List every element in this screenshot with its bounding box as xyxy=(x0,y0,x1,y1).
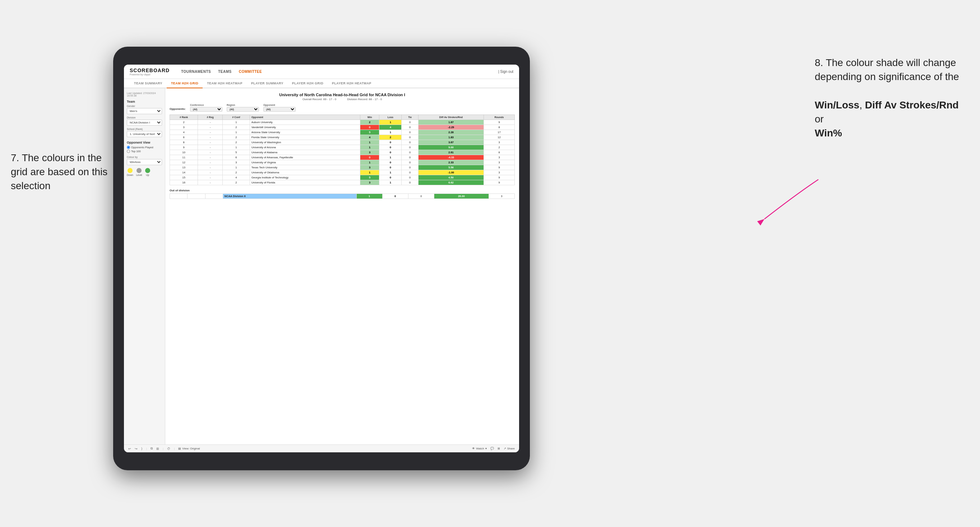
school-select[interactable]: 1. University of Nort... xyxy=(127,131,162,137)
table-row: 13-1Texas Tech University3005.569 xyxy=(170,165,515,170)
grid-title: University of North Carolina Head-to-Hea… xyxy=(170,93,515,97)
redo-btn[interactable]: ↪ xyxy=(135,447,138,451)
out-of-division-table: NCAA Division II10026.003 xyxy=(170,194,515,199)
region-filter: Region (All) xyxy=(227,104,259,112)
sub-nav: TEAM SUMMARY TEAM H2H GRID TEAM H2H HEAT… xyxy=(124,79,519,88)
annotation-left-text: 7. The colours in the grid are based on … xyxy=(11,152,107,191)
col-loss: Loss xyxy=(379,115,402,120)
nav-right: | Sign out xyxy=(498,70,513,74)
forward-btn[interactable]: ⟩ xyxy=(141,447,143,451)
legend-level-dot xyxy=(137,168,142,173)
table-row: 3-2Vanderbilt University040-2.298 xyxy=(170,125,515,130)
view-original-btn[interactable]: ▤ View: Original xyxy=(178,447,200,450)
gender-label: Gender xyxy=(127,105,162,107)
sub-nav-player-h2h-grid[interactable]: PLAYER H2H GRID xyxy=(288,79,328,88)
table-row: 10-5University of Alabama3002.618 xyxy=(170,150,515,155)
division-select[interactable]: NCAA Division I xyxy=(127,119,162,125)
nav-tournaments[interactable]: TOURNAMENTS xyxy=(181,70,211,74)
colour-by-label: Colour by xyxy=(127,156,162,158)
share-label: Share xyxy=(507,447,515,450)
division-label: Division xyxy=(127,116,162,119)
col-tie: Tie xyxy=(402,115,418,120)
annotation-bold1: Win/Loss xyxy=(815,100,859,111)
out-of-division-label: Out of division xyxy=(170,189,515,192)
watch-btn[interactable]: 👁 Watch ▾ xyxy=(472,447,487,450)
grid-icon-btn[interactable]: ⊞ xyxy=(498,447,500,450)
col-win: Win xyxy=(360,115,379,120)
grid-area: University of North Carolina Head-to-Hea… xyxy=(165,88,519,444)
sub-nav-team-h2h-grid[interactable]: TEAM H2H GRID xyxy=(167,79,203,88)
clock-btn[interactable]: ⏱ xyxy=(167,447,170,451)
opponent-view-radio-group: Opponents Played Top 100 xyxy=(127,146,162,153)
region-filter-label: Region xyxy=(227,104,259,106)
annotation-bold3: Win% xyxy=(815,127,842,138)
conference-filter-label: Conference xyxy=(190,104,223,106)
sep3: | xyxy=(174,447,175,450)
annotation-right-text: 8. The colour shade will change dependin… xyxy=(815,57,959,82)
col-diff: Diff Av Strokes/Rnd xyxy=(418,115,484,120)
nav-committee[interactable]: COMMITTEE xyxy=(239,70,262,74)
tablet-screen: SCOREBOARD Powered by clippd TOURNAMENTS… xyxy=(124,65,519,452)
table-row: NCAA Division II10026.003 xyxy=(170,194,515,199)
sub-nav-player-summary[interactable]: PLAYER SUMMARY xyxy=(247,79,288,88)
table-row: 8-2University of Washington1003.673 xyxy=(170,140,515,145)
view-label: View: Original xyxy=(182,447,200,450)
legend-level: Level xyxy=(136,168,142,176)
col-reg: # Reg xyxy=(198,115,223,120)
table-row: 16-2University of Florida3106.629 xyxy=(170,180,515,185)
opponent-filter-select[interactable]: (All) xyxy=(263,107,296,112)
nav-items: TOURNAMENTS TEAMS COMMITTEE xyxy=(181,70,262,74)
copy-btn[interactable]: ⧉ xyxy=(151,447,153,451)
col-rounds: Rounds xyxy=(484,115,514,120)
sub-nav-player-h2h-heatmap[interactable]: PLAYER H2H HEATMAP xyxy=(328,79,376,88)
radio-opponents-played[interactable]: Opponents Played xyxy=(127,146,162,149)
opponent-filter: Opponent (All) xyxy=(263,104,296,112)
grid-btn[interactable]: ⊞ xyxy=(156,447,159,451)
legend-down: Down xyxy=(127,168,133,176)
table-row: 14-2University of Oklahoma110-1.003 xyxy=(170,170,515,175)
left-panel: Last Updated: 27/03/2024 16:55:38 Team G… xyxy=(124,88,165,444)
nav-teams[interactable]: TEAMS xyxy=(218,70,232,74)
tablet-device: SCOREBOARD Powered by clippd TOURNAMENTS… xyxy=(113,47,530,470)
table-row: 11-6University of Arkansas, Fayetteville… xyxy=(170,155,515,160)
table-row: 4-1Arizona State University5102.2817 xyxy=(170,130,515,135)
undo-btn[interactable]: ↩ xyxy=(128,447,131,451)
data-table: # Rank # Reg # Conf Opponent Win Loss Ti… xyxy=(170,114,515,185)
sep1: | xyxy=(146,447,147,450)
filters-row: Opponents: Conference (All) Region (All) xyxy=(170,104,515,112)
logo-brand: SCOREBOARD xyxy=(130,67,170,73)
annotation-bold2: Diff Av Strokes/Rnd xyxy=(865,100,959,111)
main-content: Last Updated: 27/03/2024 16:55:38 Team G… xyxy=(124,88,519,444)
gender-select[interactable]: Men's xyxy=(127,108,162,114)
logo-sub: Powered by clippd xyxy=(130,73,170,76)
last-updated: Last Updated: 27/03/2024 16:55:38 xyxy=(127,92,162,97)
conference-filter-select[interactable]: (All) xyxy=(190,107,223,112)
overall-record: Overall Record: 89 - 17 - 0 xyxy=(302,98,336,101)
opponent-filter-label: Opponent xyxy=(263,104,296,106)
conference-filter: Conference (All) xyxy=(190,104,223,112)
annotation-left: 7. The colours in the grid are based on … xyxy=(11,151,108,193)
comment-btn[interactable]: 💬 xyxy=(490,447,494,450)
table-row: 6-2Florida State University4201.8312 xyxy=(170,135,515,140)
region-filter-select[interactable]: (All) xyxy=(227,107,259,112)
table-row: 9-1University of Arizona1009.002 xyxy=(170,145,515,150)
sub-nav-team-h2h-heatmap[interactable]: TEAM H2H HEATMAP xyxy=(203,79,247,88)
team-section-title: Team xyxy=(127,100,162,103)
logo-area: SCOREBOARD Powered by clippd xyxy=(130,67,170,76)
watch-label: Watch xyxy=(476,447,484,450)
col-rank: # Rank xyxy=(170,115,198,120)
annotation-right: 8. The colour shade will change dependin… xyxy=(815,56,969,140)
opponent-view-title: Opponent View xyxy=(127,141,162,144)
colour-legend: Down Level Up xyxy=(127,168,162,176)
sign-out-link[interactable]: Sign out xyxy=(500,70,513,74)
legend-up-dot xyxy=(145,168,150,173)
sub-nav-team-summary[interactable]: TEAM SUMMARY xyxy=(130,79,167,88)
radio-top-100[interactable]: Top 100 xyxy=(127,150,162,153)
col-opponent: Opponent xyxy=(250,115,360,120)
colour-by-select[interactable]: Win/loss xyxy=(127,159,162,165)
division-record: Division Record: 88 - 17 - 0 xyxy=(347,98,382,101)
grid-subtitle: Overall Record: 89 - 17 - 0 Division Rec… xyxy=(170,98,515,101)
top-nav: SCOREBOARD Powered by clippd TOURNAMENTS… xyxy=(124,65,519,79)
table-row: 15-4Georgia Institute of Technology5004.… xyxy=(170,175,515,180)
share-btn[interactable]: ↗ Share xyxy=(504,447,515,450)
